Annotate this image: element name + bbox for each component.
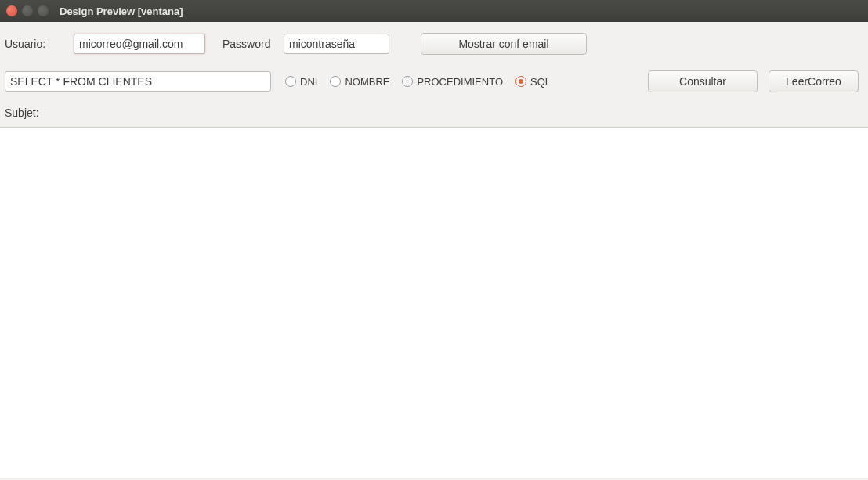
password-label: Password <box>222 38 276 50</box>
mostrar-conf-email-button[interactable]: Mostrar conf email <box>421 33 587 55</box>
titlebar: Design Preview [ventana] <box>0 0 868 22</box>
consultar-button[interactable]: Consultar <box>648 70 758 92</box>
radio-icon <box>402 76 413 87</box>
query-row: DNI NOMBRE PROCEDIMIENTO SQL Consultar L… <box>0 55 868 92</box>
password-input[interactable] <box>284 34 389 54</box>
radio-icon <box>330 76 341 87</box>
close-icon[interactable] <box>6 5 17 16</box>
radio-nombre[interactable]: NOMBRE <box>330 76 389 88</box>
minimize-icon[interactable] <box>22 5 33 16</box>
maximize-icon[interactable] <box>38 5 49 16</box>
radio-procedimiento-label: PROCEDIMIENTO <box>417 76 503 88</box>
query-input[interactable] <box>5 71 271 92</box>
radio-procedimiento[interactable]: PROCEDIMIENTO <box>402 76 503 88</box>
action-buttons: Consultar LeerCorreo <box>648 70 863 92</box>
window-title: Design Preview [ventana] <box>60 5 183 17</box>
radio-icon-checked <box>515 76 526 87</box>
radio-dni[interactable]: DNI <box>285 76 317 88</box>
radio-sql-label: SQL <box>530 76 551 88</box>
radio-nombre-label: NOMBRE <box>345 76 389 88</box>
content-area: Usuario: Password Mostrar conf email DNI… <box>0 22 868 478</box>
radio-group: DNI NOMBRE PROCEDIMIENTO SQL <box>285 76 551 88</box>
subject-row: Subjet: <box>0 92 868 127</box>
usuario-input[interactable] <box>74 34 205 54</box>
credentials-row: Usuario: Password Mostrar conf email <box>0 22 868 55</box>
radio-icon <box>285 76 296 87</box>
radio-dni-label: DNI <box>300 76 317 88</box>
usuario-label: Usuario: <box>5 38 66 50</box>
subject-label: Subjet: <box>5 106 39 119</box>
radio-sql[interactable]: SQL <box>515 76 551 88</box>
main-content-area <box>0 127 868 478</box>
leercorreo-button[interactable]: LeerCorreo <box>769 70 859 92</box>
window-controls <box>6 5 49 16</box>
